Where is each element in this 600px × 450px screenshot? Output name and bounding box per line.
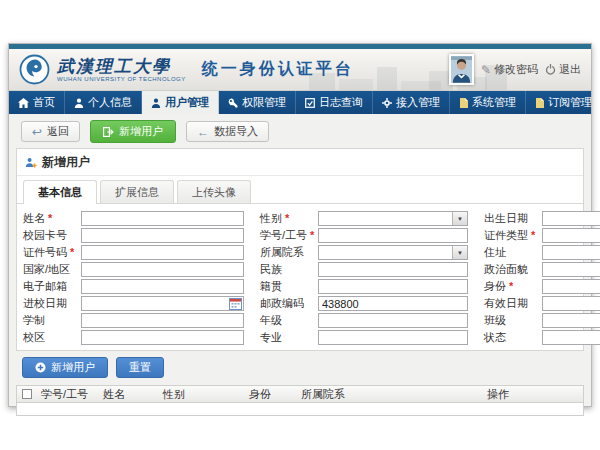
nav-item-profile[interactable]: 个人信息 (65, 91, 142, 114)
student-staff-id-input[interactable] (318, 228, 468, 243)
form-field-postal-code: 邮政编码 (260, 296, 468, 311)
grade-input[interactable] (318, 313, 468, 328)
id-number-input[interactable] (81, 245, 244, 260)
id-type-input[interactable] (542, 228, 600, 243)
nav-item-label: 首页 (33, 95, 55, 110)
doc-icon (535, 98, 544, 108)
user-form: 姓名*性别*▼出生日期校园卡号学号/工号*证件类型*证件号码*所属院系▼住址国家… (17, 204, 583, 350)
address-input[interactable] (542, 245, 600, 260)
field-label: 校区 (23, 330, 81, 345)
tabs-bar: 基本信息扩展信息上传头像 (17, 176, 583, 204)
required-asterisk: * (70, 246, 74, 258)
field-label: 学号/工号* (260, 228, 318, 243)
form-field-major: 专业 (260, 330, 468, 345)
valid-date-input[interactable] (542, 296, 600, 311)
field-label: 身份* (484, 279, 542, 294)
nav-item-label: 日志查询 (319, 95, 363, 110)
nav-item-user-management[interactable]: 用户管理 (142, 91, 219, 114)
form-field-native-place: 籍贯 (260, 279, 468, 294)
tab-basic-info[interactable]: 基本信息 (23, 180, 97, 204)
required-asterisk: * (531, 229, 535, 241)
data-import-button[interactable]: ← 数据导入 (186, 121, 269, 142)
tab-upload-avatar[interactable]: 上传头像 (177, 180, 251, 203)
field-label: 进校日期 (23, 296, 81, 311)
entry-date-input[interactable] (81, 296, 244, 311)
required-asterisk: * (310, 229, 314, 241)
form-field-grade: 年级 (260, 313, 468, 328)
back-button[interactable]: ↩ 返回 (21, 121, 80, 142)
email-input[interactable] (81, 279, 244, 294)
schooling-length-input[interactable] (81, 313, 244, 328)
form-field-department: 所属院系▼ (260, 245, 468, 260)
required-asterisk: * (48, 212, 52, 224)
required-asterisk: * (285, 212, 289, 224)
form-field-ethnicity: 民族 (260, 262, 468, 277)
nav-item-label: 接入管理 (396, 95, 440, 110)
add-user-toolbar-button[interactable]: 新增用户 (90, 120, 176, 143)
select-all-checkbox[interactable] (22, 389, 32, 399)
campus-input[interactable] (81, 330, 244, 345)
reset-button[interactable]: 重置 (116, 357, 164, 378)
form-field-political-status: 政治面貌 (484, 262, 600, 277)
nav-item-label: 个人信息 (88, 95, 132, 110)
university-name-cn: 武漢理工大學 (57, 58, 186, 76)
table-empty-row (17, 403, 583, 415)
toolbar: ↩ 返回 新增用户 ← 数据导入 (16, 114, 584, 148)
field-label: 电子邮箱 (23, 279, 81, 294)
field-label: 状态 (484, 330, 542, 345)
university-name-en: WUHAN UNIVERSITY OF TECHNOLOGY (57, 76, 186, 82)
political-status-input[interactable] (542, 262, 600, 277)
nav-item-log-query[interactable]: 日志查询 (296, 91, 373, 114)
class-input[interactable] (542, 313, 600, 328)
nav-item-home[interactable]: 首页 (9, 91, 65, 114)
major-input[interactable] (318, 330, 468, 345)
chevron-down-icon[interactable]: ▼ (452, 246, 467, 259)
home-icon (18, 98, 29, 108)
logout-link[interactable]: 退出 (545, 62, 581, 77)
campus-card-number-input[interactable] (81, 228, 244, 243)
field-label: 证件类型* (484, 228, 542, 243)
department-select[interactable]: ▼ (318, 245, 468, 260)
key-icon (228, 98, 238, 108)
chevron-down-icon[interactable]: ▼ (452, 212, 467, 225)
nav-item-subscription-management[interactable]: 订阅管理 (526, 91, 600, 114)
required-asterisk: * (509, 280, 513, 292)
status-input[interactable] (542, 330, 600, 345)
form-field-name: 姓名* (23, 211, 244, 226)
import-arrow-icon: ← (197, 126, 209, 138)
postal-code-input[interactable] (318, 296, 468, 311)
nav-item-label: 系统管理 (472, 95, 516, 110)
form-field-campus: 校区 (23, 330, 244, 345)
table-header-operations: 操作 (483, 387, 583, 402)
person-icon (74, 98, 84, 108)
native-place-input[interactable] (318, 279, 468, 294)
form-field-campus-card-number: 校园卡号 (23, 228, 244, 243)
nav-item-access-management[interactable]: 接入管理 (373, 91, 450, 114)
app-window: 武漢理工大學 WUHAN UNIVERSITY OF TECHNOLOGY 统一… (8, 43, 592, 407)
field-label: 证件号码* (23, 245, 81, 260)
form-field-id-number: 证件号码* (23, 245, 244, 260)
nav-bar: 首页个人信息用户管理权限管理日志查询接入管理系统管理订阅管理 (9, 91, 591, 114)
birth-date-input[interactable] (542, 211, 600, 226)
field-label: 有效日期 (484, 296, 542, 311)
nav-item-system-management[interactable]: 系统管理 (450, 91, 526, 114)
person-icon (151, 98, 161, 108)
submit-add-user-button[interactable]: 新增用户 (22, 357, 108, 378)
country-region-input[interactable] (81, 262, 244, 277)
field-label: 邮政编码 (260, 296, 318, 311)
identity-input[interactable] (542, 279, 600, 294)
table-header-student-staff-id: 学号/工号 (37, 387, 99, 402)
change-password-link[interactable]: ✎ 修改密码 (481, 62, 538, 77)
name-input[interactable] (81, 211, 244, 226)
nav-item-permission-management[interactable]: 权限管理 (219, 91, 296, 114)
platform-title: 统一身份认证平台 (202, 59, 354, 80)
ethnicity-input[interactable] (318, 262, 468, 277)
gender-select[interactable]: ▼ (318, 211, 468, 226)
field-label: 专业 (260, 330, 318, 345)
field-label: 出生日期 (484, 211, 542, 226)
field-label: 年级 (260, 313, 318, 328)
add-user-panel: 新增用户 基本信息扩展信息上传头像 姓名*性别*▼出生日期校园卡号学号/工号*证… (16, 148, 584, 351)
field-label: 民族 (260, 262, 318, 277)
calendar-icon[interactable] (229, 297, 242, 310)
tab-extended-info[interactable]: 扩展信息 (100, 180, 174, 203)
